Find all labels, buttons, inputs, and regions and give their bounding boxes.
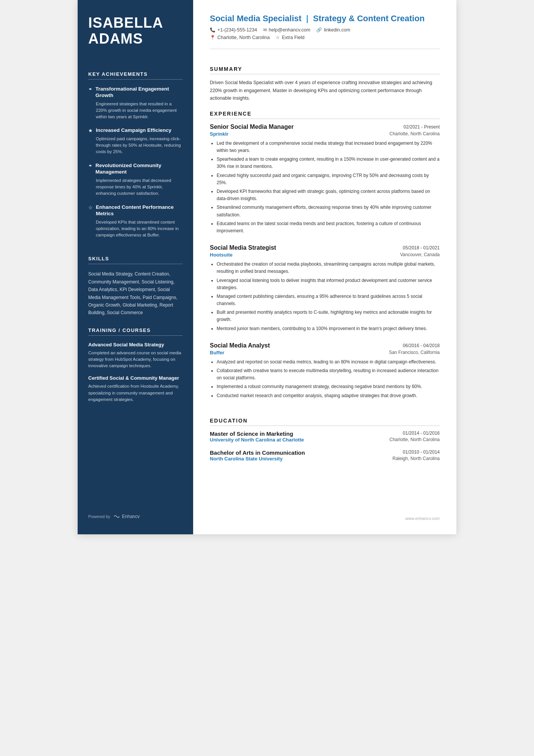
exp-company: Sprinklr: [210, 131, 228, 137]
achievement-title: Enhanced Content Performance Metrics: [96, 204, 183, 217]
achievement-title: Transformational Engagement Growth: [95, 86, 183, 99]
exp-header: Social Media Analyst 06/2016 - 04/2018: [210, 342, 440, 349]
exp-date: 05/2018 - 01/2021: [403, 244, 440, 250]
sidebar-footer: Powered by Enhancv: [88, 502, 183, 519]
exp-bullet: Collaborated with creative teams to exec…: [217, 367, 440, 382]
exp-bullet: Managed content publishing calendars, en…: [217, 293, 440, 307]
exp-bullet: Implemented a robust community managemen…: [217, 383, 440, 390]
exp-bullet: Leveraged social listening tools to deli…: [217, 277, 440, 291]
edu-header: Master of Science in Marketing 01/2014 -…: [210, 430, 440, 437]
job-title-part2: Strategy & Content Creation: [313, 14, 425, 23]
contact-row-1: 📞 +1-(234)-555-1234 ✉ help@enhancv.com 🔗…: [210, 27, 440, 33]
linkedin-value: linkedin.com: [324, 27, 350, 33]
exp-subrow: Sprinklr Charlotte, North Carolina: [210, 131, 440, 137]
achievement-header: ⚭ Transformational Engagement Growth: [88, 86, 183, 99]
training-desc: Completed an advanced course on social m…: [88, 350, 183, 369]
exp-company: Buffer: [210, 350, 224, 355]
edu-header: Bachelor of Arts in Communication 01/201…: [210, 449, 440, 456]
main-header: Social Media Specialist | Strategy & Con…: [210, 14, 440, 49]
exp-date: 06/2016 - 04/2018: [403, 342, 440, 348]
exp-title: Social Media Analyst: [210, 342, 270, 349]
exp-header: Senior Social Media Manager 02/2021 - Pr…: [210, 124, 440, 130]
contact-phone: 📞 +1-(234)-555-1234: [210, 27, 257, 33]
edu-location: Raleigh, North Carolina: [392, 456, 440, 462]
achievement-icon-hex: ⚭: [88, 86, 92, 92]
exp-bullet: Spearheaded a team to create engaging co…: [217, 156, 440, 170]
enhancv-brand: Enhancv: [113, 514, 140, 519]
achievement-title: Increased Campaign Efficiency: [96, 127, 172, 134]
achievement-item: ⚭ Transformational Engagement Growth Eng…: [88, 86, 183, 121]
enhancv-logo-icon: [113, 514, 120, 519]
city-value: Charlotte, North Carolina: [217, 35, 270, 40]
contact-extra: ☆ Extra Field: [276, 35, 304, 40]
achievement-icon-hex2: ⚭: [88, 163, 92, 169]
training-item: Advanced Social Media Strategy Completed…: [88, 342, 183, 369]
link-icon: 🔗: [316, 27, 322, 33]
exp-bullet: Conducted market research and competitor…: [217, 392, 440, 399]
experience-entry: Social Media Strategist 05/2018 - 01/202…: [210, 244, 440, 334]
email-icon: ✉: [263, 27, 267, 33]
edu-date: 01/2010 - 01/2014: [403, 449, 440, 455]
edu-school: North Carolina State University: [210, 456, 283, 462]
summary-section-title: SUMMARY: [210, 66, 440, 74]
exp-title: Social Media Strategist: [210, 244, 276, 251]
phone-value: +1-(234)-555-1234: [217, 27, 257, 33]
contact-row-2: 📍 Charlotte, North Carolina ☆ Extra Fiel…: [210, 35, 440, 40]
exp-bullet: Orchestrated the creation of social medi…: [217, 261, 440, 275]
achievement-header: ★ Increased Campaign Efficiency: [88, 127, 183, 134]
email-value: help@enhancv.com: [269, 27, 311, 33]
achievement-desc: Implemented strategies that decreased re…: [88, 177, 183, 197]
exp-title: Senior Social Media Manager: [210, 124, 294, 130]
exp-bullet: Executed highly successful paid and orga…: [217, 172, 440, 186]
exp-bullet: Educated teams on the latest social medi…: [217, 220, 440, 235]
website-url: www.enhancv.com: [405, 516, 440, 521]
exp-bullet: Streamlined community management efforts…: [217, 204, 440, 218]
training-title: Advanced Social Media Strategy: [88, 342, 183, 348]
edu-subrow: University of North Carolina at Charlott…: [210, 437, 440, 443]
edu-date: 01/2014 - 01/2016: [403, 430, 440, 436]
achievement-title: Revolutionized Community Management: [95, 162, 183, 175]
edu-degree: Bachelor of Arts in Communication: [210, 449, 305, 456]
extra-value: Extra Field: [282, 35, 304, 40]
edu-degree: Master of Science in Marketing: [210, 430, 293, 437]
resume-container: ISABELLA ADAMS KEY ACHIEVEMENTS ⚭ Transf…: [78, 0, 456, 534]
exp-bullet: Led the development of a comprehensive s…: [217, 140, 440, 154]
achievements-section-title: KEY ACHIEVEMENTS: [88, 71, 183, 80]
exp-subrow: Hootsuite Vancouver, Canada: [210, 252, 440, 258]
skills-text: Social Media Strategy, Content Creation,…: [88, 270, 183, 316]
main-footer: www.enhancv.com: [210, 509, 440, 521]
candidate-name: ISABELLA ADAMS: [88, 15, 183, 47]
education-entry: Master of Science in Marketing 01/2014 -…: [210, 430, 440, 443]
training-item: Certified Social & Community Manager Ach…: [88, 375, 183, 403]
exp-bullet: Developed KPI frameworks that aligned wi…: [217, 188, 440, 202]
star-icon: ☆: [276, 35, 280, 40]
exp-date: 02/2021 - Present: [404, 124, 440, 130]
achievement-item: ☆ Enhanced Content Performance Metrics D…: [88, 204, 183, 239]
job-title-part1: Social Media Specialist: [210, 14, 301, 23]
name-block: ISABELLA ADAMS: [88, 15, 183, 47]
exp-bullets-list: Orchestrated the creation of social medi…: [210, 261, 440, 332]
exp-location: San Francisco, California: [389, 350, 440, 355]
exp-location: Vancouver, Canada: [400, 252, 440, 257]
edu-school: University of North Carolina at Charlott…: [210, 437, 304, 443]
summary-text: Driven Social Media Specialist with over…: [210, 79, 440, 102]
phone-icon: 📞: [210, 27, 215, 33]
exp-bullet: Built and presented monthly analytics re…: [217, 309, 440, 323]
achievement-desc: Developed KPIs that streamlined content …: [88, 219, 183, 239]
training-title: Certified Social & Community Manager: [88, 375, 183, 382]
sidebar: ISABELLA ADAMS KEY ACHIEVEMENTS ⚭ Transf…: [78, 0, 193, 534]
contact-city: 📍 Charlotte, North Carolina: [210, 35, 270, 40]
achievement-item: ⚭ Revolutionized Community Management Im…: [88, 162, 183, 197]
education-entry: Bachelor of Arts in Communication 01/201…: [210, 449, 440, 462]
experience-section-title: EXPERIENCE: [210, 111, 440, 119]
exp-company: Hootsuite: [210, 252, 233, 258]
skills-section-title: SKILLS: [88, 256, 183, 264]
contact-email: ✉ help@enhancv.com: [263, 27, 311, 33]
experience-entry: Social Media Analyst 06/2016 - 04/2018 B…: [210, 342, 440, 401]
exp-bullets-list: Analyzed and reported on social media me…: [210, 358, 440, 399]
exp-bullet: Analyzed and reported on social media me…: [217, 358, 440, 366]
main-content: Social Media Specialist | Strategy & Con…: [193, 0, 456, 534]
achievement-item: ★ Increased Campaign Efficiency Optimize…: [88, 127, 183, 155]
achievement-desc: Engineered strategies that resulted in a…: [88, 101, 183, 121]
edu-location: Charlotte, North Carolina: [389, 437, 440, 443]
